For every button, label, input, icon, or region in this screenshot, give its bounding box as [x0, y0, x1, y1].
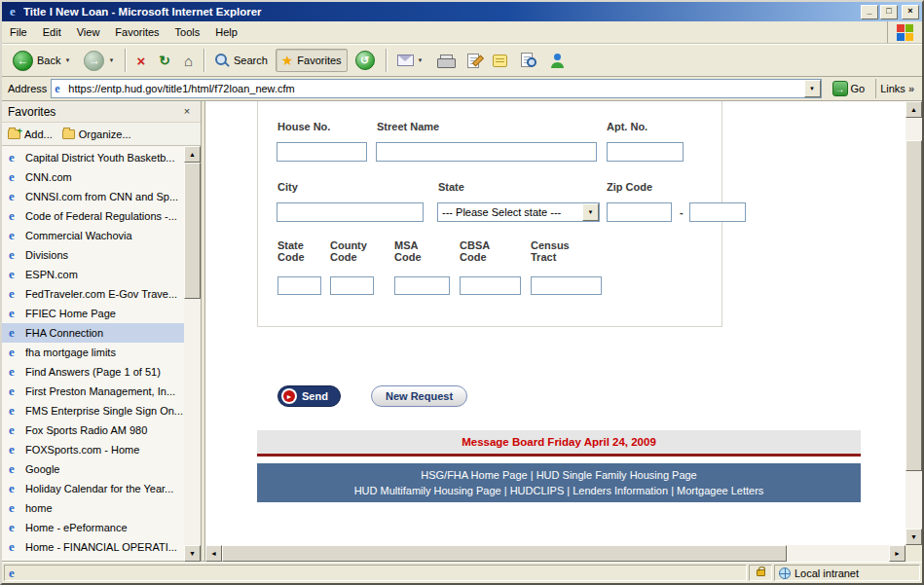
lock-icon: [757, 569, 765, 576]
favorite-item[interactable]: ehome: [2, 498, 184, 518]
scroll-down-icon[interactable]: ▼: [184, 545, 201, 562]
organize-favorites-button[interactable]: Organize...: [62, 128, 131, 140]
stop-button[interactable]: ×: [130, 49, 151, 73]
forward-button[interactable]: → ▼: [78, 47, 120, 75]
links-toolbar[interactable]: Links »: [875, 79, 918, 98]
mail-button[interactable]: ▼: [391, 51, 429, 70]
site-footer: HSG/FHA Home PageHUD Single Family Housi…: [257, 463, 861, 502]
favorite-item[interactable]: eFedTraveler.com E-Gov Trave...: [2, 284, 184, 304]
back-button[interactable]: ← Back ▼: [7, 47, 76, 75]
scrollbar-thumb[interactable]: [222, 545, 787, 562]
scroll-up-icon[interactable]: ▲: [184, 146, 201, 163]
intranet-zone-icon: [779, 567, 791, 579]
favorite-item[interactable]: eCommercial Wachovia: [2, 226, 184, 245]
search-button[interactable]: Search: [209, 50, 274, 72]
new-request-button[interactable]: New Request: [371, 385, 467, 407]
city-input[interactable]: [277, 202, 424, 222]
ie-favicon: e: [9, 500, 20, 516]
state-code-input[interactable]: [277, 276, 321, 295]
favorite-label: home: [25, 502, 53, 514]
footer-link[interactable]: HUD Single Family Housing Page: [528, 469, 697, 481]
scroll-down-icon[interactable]: ▼: [906, 529, 922, 545]
favorite-item[interactable]: eCode of Federal Regulations -...: [2, 206, 184, 226]
house-no-label: House No.: [277, 121, 330, 132]
footer-link[interactable]: Lenders Information: [564, 485, 668, 496]
footer-link[interactable]: HUD Multifamily Housing Page: [354, 485, 501, 496]
favorite-item[interactable]: eFMS Enterprise Single Sign On...: [2, 401, 184, 420]
zip-code-input[interactable]: [607, 202, 672, 222]
windows-flag-icon: [897, 24, 913, 41]
favorites-button[interactable]: ★ Favorites: [276, 49, 348, 72]
add-favorite-button[interactable]: + Add...: [8, 128, 53, 140]
mail-dropdown-icon: ▼: [418, 57, 424, 63]
footer-link[interactable]: HUDCLIPS: [501, 485, 565, 496]
favorite-item[interactable]: eCapital District Youth Basketb...: [2, 148, 184, 167]
state-select[interactable]: --- Please Select state --- ▼: [437, 202, 600, 222]
go-button[interactable]: → Go: [826, 78, 872, 99]
county-code-input[interactable]: [330, 276, 374, 295]
favorite-item[interactable]: eFirst Preston Management, In...: [2, 382, 184, 401]
menu-view[interactable]: View: [69, 21, 108, 43]
census-tract-input[interactable]: [531, 276, 602, 295]
favorites-close-icon[interactable]: ×: [179, 105, 195, 119]
favorite-item[interactable]: eCNN.com: [2, 167, 184, 187]
favorite-item[interactable]: eFox Sports Radio AM 980: [2, 420, 184, 440]
favorite-label: FMS Enterprise Single Sign On...: [25, 405, 183, 417]
city-label: City: [277, 181, 298, 193]
favorite-item[interactable]: eHome - FINANCIAL OPERATI...: [2, 537, 184, 557]
maximize-button[interactable]: □: [880, 5, 898, 19]
address-dropdown-button[interactable]: ▼: [804, 80, 821, 97]
discuss-button[interactable]: [487, 51, 513, 71]
favorite-item[interactable]: eCNNSI.com from CNN and Sp...: [2, 187, 184, 206]
horizontal-scrollbar[interactable]: ◄ ►: [205, 545, 906, 562]
favorite-label: Find Answers (Page 1 of 51): [25, 366, 161, 378]
send-button[interactable]: ► Send: [277, 385, 341, 407]
street-name-input[interactable]: [376, 142, 597, 162]
menu-file[interactable]: File: [2, 21, 35, 43]
menu-help[interactable]: Help: [207, 21, 245, 43]
house-no-input[interactable]: [277, 142, 367, 162]
apt-no-input[interactable]: [607, 142, 684, 162]
favorite-item[interactable]: efha mortgage limits: [2, 343, 184, 362]
footer-link[interactable]: Mortgagee Letters: [668, 485, 763, 496]
history-button[interactable]: ↺: [350, 47, 381, 74]
zip-plus4-input[interactable]: [689, 202, 746, 222]
favorite-item-selected[interactable]: eFHA Connection: [2, 323, 184, 343]
home-button[interactable]: ⌂: [178, 49, 199, 73]
favorite-item[interactable]: eFFIEC Home Page: [2, 304, 184, 323]
toolbar-separator: [203, 49, 204, 72]
favorite-item[interactable]: eGoogle: [2, 459, 184, 479]
favorite-item[interactable]: eDivisions: [2, 245, 184, 265]
favorite-item[interactable]: eHome - ePeformance: [2, 518, 184, 537]
footer-link[interactable]: HSG/FHA Home Page: [421, 469, 527, 481]
favorites-list: eCapital District Youth Basketb... eCNN.…: [2, 146, 184, 562]
scrollbar-thumb[interactable]: [906, 140, 922, 471]
scroll-up-icon[interactable]: ▲: [906, 101, 922, 118]
research-button[interactable]: [515, 49, 542, 72]
minimize-button[interactable]: _: [861, 5, 878, 19]
menu-tools[interactable]: Tools: [167, 21, 208, 43]
favorite-item[interactable]: eESPN.com: [2, 265, 184, 284]
favorite-item[interactable]: eFOXSports.com - Home: [2, 440, 184, 459]
page-favicon: e: [55, 82, 68, 96]
print-button[interactable]: [431, 51, 460, 71]
favorite-item[interactable]: eFind Answers (Page 1 of 51): [2, 362, 184, 382]
favorite-item[interactable]: eHoliday Calendar for the Year...: [2, 479, 184, 498]
address-combo[interactable]: e https://entp.hud.gov/title1/html/f72lo…: [51, 79, 821, 98]
messenger-button[interactable]: [544, 50, 571, 72]
menu-favorites[interactable]: Favorites: [107, 21, 166, 43]
scroll-left-icon[interactable]: ◄: [205, 545, 222, 562]
scroll-right-icon[interactable]: ►: [889, 545, 906, 562]
scrollbar-thumb[interactable]: [184, 163, 201, 299]
refresh-button[interactable]: ↻: [153, 49, 176, 72]
vertical-scrollbar[interactable]: ▲ ▼: [906, 101, 922, 545]
close-button[interactable]: ×: [902, 5, 919, 19]
go-label: Go: [851, 83, 866, 94]
menu-edit[interactable]: Edit: [35, 21, 69, 43]
cbsa-code-input[interactable]: [460, 276, 521, 295]
edit-button[interactable]: [462, 50, 485, 72]
favorites-scrollbar[interactable]: ▲ ▼: [184, 146, 201, 562]
address-input[interactable]: https://entp.hud.gov/title1/html/f72loan…: [68, 83, 803, 94]
state-select-arrow-icon[interactable]: ▼: [582, 203, 599, 221]
msa-code-input[interactable]: [394, 276, 450, 295]
